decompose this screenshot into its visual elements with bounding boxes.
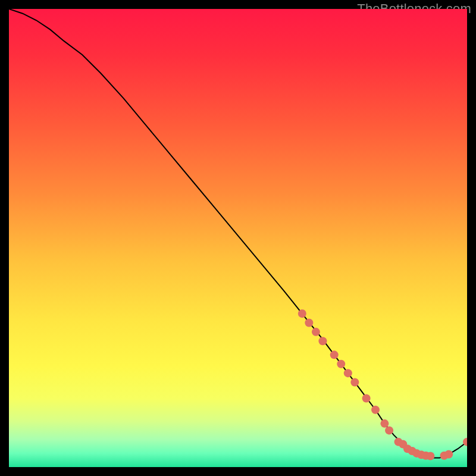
highlight-dot <box>337 360 345 368</box>
chart-container: TheBottleneck.com <box>0 0 476 476</box>
plot-area <box>9 9 467 467</box>
highlight-dot <box>371 406 380 414</box>
highlight-dot <box>385 426 393 434</box>
highlight-dot <box>330 350 339 359</box>
highlight-dot <box>312 328 320 336</box>
highlight-dot <box>380 419 389 428</box>
highlight-dot <box>426 452 434 461</box>
highlight-dot <box>344 369 352 377</box>
highlight-dot <box>350 378 359 387</box>
highlight-dot <box>318 337 327 345</box>
gradient-background <box>9 9 467 467</box>
highlight-dot <box>298 309 306 318</box>
chart-svg <box>9 9 467 467</box>
highlight-dot <box>305 318 313 327</box>
highlight-dot <box>362 394 371 403</box>
highlight-dot <box>444 450 453 458</box>
